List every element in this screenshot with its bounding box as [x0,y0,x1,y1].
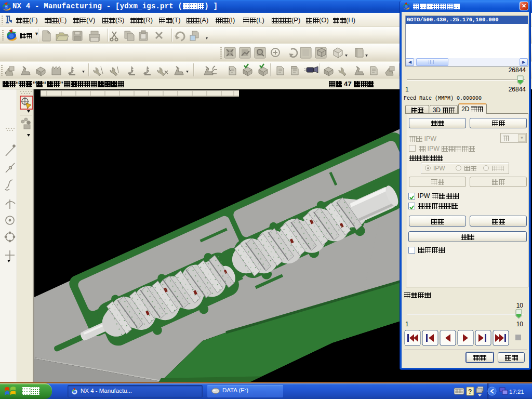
svg-text:17:21: 17:21 [509,389,524,395]
svg-text:?: ? [468,388,472,395]
